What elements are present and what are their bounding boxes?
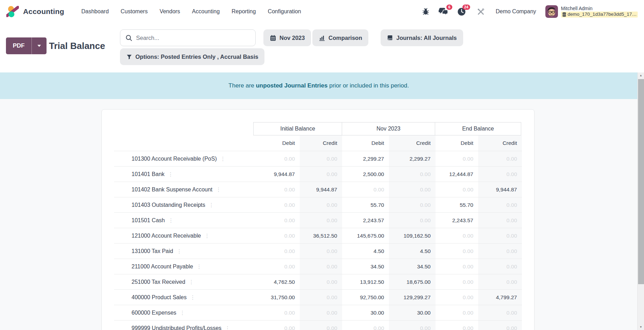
nav-item-vendors[interactable]: Vendors	[154, 5, 186, 18]
amount-cell: 18,675.00	[389, 274, 436, 289]
nav-item-customers[interactable]: Customers	[115, 5, 154, 18]
table-row: 400000 Product Sales⋮31,750.000.0092,750…	[114, 289, 522, 305]
amount-cell: 2,243.57	[436, 213, 478, 228]
company-switcher[interactable]: Demo Company	[496, 8, 536, 15]
amount-cell: 0.00	[478, 197, 522, 212]
amount-cell: 0.00	[478, 244, 522, 259]
account-name-cell[interactable]: 600000 Expenses⋮	[114, 305, 253, 320]
value-column-header: Credit	[389, 135, 436, 151]
account-name-cell[interactable]: 101300 Account Receivable (PoS)⋮	[114, 151, 253, 166]
nav-item-configuration[interactable]: Configuration	[262, 5, 307, 18]
kebab-menu-icon[interactable]: ⋮	[177, 248, 182, 254]
search-input[interactable]	[136, 35, 250, 41]
amount-cell: 0.00	[436, 244, 478, 259]
table-row: 101300 Account Receivable (PoS)⋮0.000.00…	[114, 151, 522, 166]
amount-cell: 0.00	[478, 274, 522, 289]
activities-button[interactable]: 24	[457, 7, 466, 16]
table-row: 211000 Account Payable⋮0.000.0034.5034.5…	[114, 259, 522, 274]
top-navbar: Accounting Dashboard Customers Vendors A…	[0, 0, 644, 23]
trial-balance-table: Initial BalanceNov 2023End Balance Debit…	[114, 122, 522, 330]
nav-item-dashboard[interactable]: Dashboard	[76, 5, 115, 18]
nav-item-accounting[interactable]: Accounting	[186, 5, 226, 18]
kebab-menu-icon[interactable]: ⋮	[209, 202, 214, 208]
filter-comparison-label: Comparison	[328, 35, 362, 41]
amount-cell: 0.00	[478, 305, 522, 320]
kebab-menu-icon[interactable]: ⋮	[168, 218, 174, 223]
amount-cell: 13,912.50	[342, 274, 389, 289]
debug-menu-button[interactable]	[422, 8, 430, 15]
amount-cell: 0.00	[436, 290, 478, 305]
kebab-menu-icon[interactable]: ⋮	[220, 156, 226, 161]
vertical-scrollbar[interactable]: ▲ ▼	[637, 72, 644, 330]
kebab-menu-icon[interactable]: ⋮	[204, 233, 210, 238]
amount-cell: 4,762.50	[253, 274, 300, 289]
amount-cell: 4.50	[342, 244, 389, 259]
database-name: demo_170_1d3a77be3dd5_17…	[568, 12, 637, 17]
account-name-cell[interactable]: 101501 Cash⋮	[114, 213, 253, 228]
account-name-cell[interactable]: 211000 Account Payable⋮	[114, 259, 253, 274]
messages-badge: 6	[446, 5, 452, 10]
scrollbar-thumb[interactable]	[638, 79, 644, 284]
kebab-menu-icon[interactable]: ⋮	[190, 295, 195, 300]
amount-cell: 9,944.87	[253, 167, 300, 182]
unposted-entries-link[interactable]: unposted Journal Entries	[256, 82, 327, 89]
value-column-header: Debit	[436, 135, 478, 151]
account-name-cell[interactable]: 121000 Account Receivable⋮	[114, 228, 253, 243]
amount-cell: 34.50	[342, 259, 389, 274]
database-badge: demo_170_1d3a77be3dd5_17…	[561, 12, 638, 17]
filter-options-label: Options: Posted Entries Only , Accrual B…	[135, 54, 258, 60]
filter-comparison-button[interactable]: Comparison	[312, 29, 368, 46]
amount-cell: 0.00	[389, 321, 436, 330]
amount-cell: 0.00	[253, 244, 300, 259]
account-name-cell[interactable]: 101402 Bank Suspense Account⋮	[114, 182, 253, 197]
table-row: 999999 Undistributed Profits/Losses⋮0.00…	[114, 320, 522, 330]
report-card: Initial BalanceNov 2023End Balance Debit…	[101, 109, 535, 330]
amount-cell: 109,162.50	[389, 228, 436, 243]
pdf-export-button[interactable]: PDF	[6, 37, 31, 54]
account-name-cell[interactable]: 999999 Undistributed Profits/Losses⋮	[114, 321, 253, 330]
messages-button[interactable]: 6	[439, 7, 448, 16]
amount-cell: 0.00	[300, 151, 342, 166]
filter-options-button[interactable]: Options: Posted Entries Only , Accrual B…	[120, 48, 264, 65]
amount-cell: 0.00	[436, 259, 478, 274]
filter-journals-button[interactable]: Journals: All Journals	[381, 29, 463, 46]
amount-cell: 0.00	[389, 197, 436, 212]
caret-down-icon	[37, 45, 41, 47]
account-name-cell[interactable]: 101403 Outstanding Receipts⋮	[114, 197, 253, 212]
account-name-cell[interactable]: 101401 Bank⋮	[114, 167, 253, 182]
kebab-menu-icon[interactable]: ⋮	[216, 187, 221, 192]
amount-cell: 4,799.27	[478, 290, 522, 305]
kebab-menu-icon[interactable]: ⋮	[197, 264, 202, 269]
bar-chart-icon	[319, 35, 325, 41]
kebab-menu-icon[interactable]: ⋮	[189, 279, 194, 285]
control-panel: PDF Trial Balance	[0, 23, 644, 72]
search-box[interactable]	[120, 29, 256, 46]
scroll-down-arrow-icon[interactable]: ▼	[638, 324, 644, 330]
search-icon	[125, 34, 133, 42]
value-column-header: Credit	[478, 135, 522, 151]
amount-cell: 0.00	[300, 213, 342, 228]
support-tools-button[interactable]	[477, 8, 484, 15]
pdf-dropdown-toggle[interactable]	[31, 37, 47, 54]
account-name-cell[interactable]: 400000 Product Sales⋮	[114, 290, 253, 305]
amount-cell: 0.00	[478, 151, 522, 166]
amount-cell: 145,675.00	[342, 228, 389, 243]
amount-cell: 0.00	[389, 213, 436, 228]
user-menu[interactable]: Mitchell Admin demo_170_1d3a77be3dd5_17…	[545, 5, 638, 18]
account-name-cell[interactable]: 251000 Tax Received⋮	[114, 274, 253, 289]
accounting-app-logo-icon[interactable]	[6, 5, 19, 18]
app-name[interactable]: Accounting	[23, 7, 64, 16]
nav-item-reporting[interactable]: Reporting	[226, 5, 262, 18]
amount-cell: 0.00	[300, 290, 342, 305]
avatar	[545, 5, 558, 18]
scroll-up-arrow-icon[interactable]: ▲	[638, 72, 644, 78]
account-name: 101401 Bank	[132, 171, 164, 177]
kebab-menu-icon[interactable]: ⋮	[225, 325, 230, 330]
filter-date-button[interactable]: Nov 2023	[263, 29, 311, 46]
account-name-cell[interactable]: 131000 Tax Paid⋮	[114, 244, 253, 259]
kebab-menu-icon[interactable]: ⋮	[168, 171, 173, 177]
kebab-menu-icon[interactable]: ⋮	[180, 310, 185, 315]
table-row: 101402 Bank Suspense Account⋮0.009,944.8…	[114, 182, 522, 197]
account-name: 600000 Expenses	[132, 310, 176, 316]
amount-cell: 55.70	[342, 197, 389, 212]
